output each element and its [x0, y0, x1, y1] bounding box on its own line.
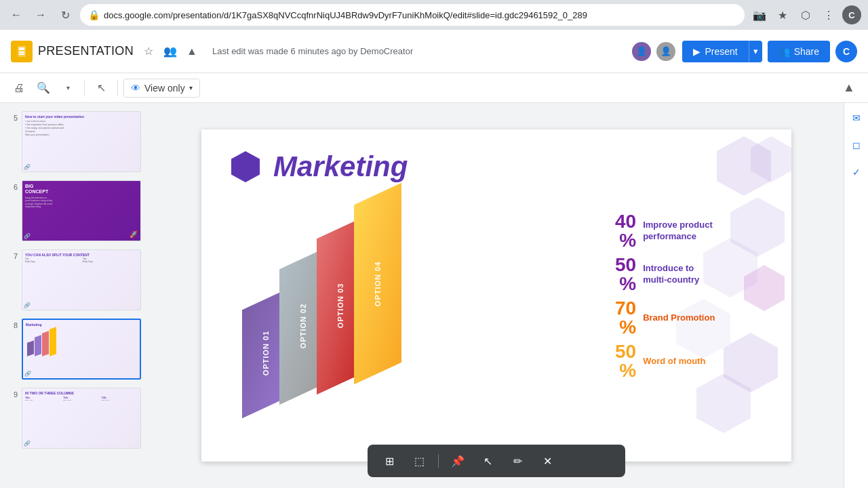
legend-text-3: Brand Promotion — [643, 312, 715, 324]
close-toolbar-button[interactable]: ✕ — [536, 450, 558, 472]
slide-thumb-5[interactable]: 5 How to start your video presentation •… — [5, 108, 144, 175]
address-bar[interactable]: 🔒 docs.google.com/presentation/d/1K7gaSX… — [80, 4, 745, 26]
pin-button[interactable]: 📌 — [447, 450, 469, 472]
hex-icon — [229, 150, 262, 184]
grid-view-button[interactable]: ⊞ — [378, 450, 400, 472]
collab-avatar-1: 👤 — [631, 41, 652, 62]
user-avatar[interactable]: C — [835, 41, 857, 62]
slide-preview-7: YOU CAN ALSO SPLIT YOUR CONTENT TitleBod… — [22, 249, 141, 310]
browser-profile[interactable]: C — [842, 5, 861, 24]
collapse-button[interactable]: ▲ — [838, 77, 860, 99]
share-button[interactable]: 👥 Share — [768, 41, 830, 62]
slide-panel: 5 How to start your video presentation •… — [0, 103, 149, 488]
right-panel-btn-2[interactable]: ◻ — [847, 136, 866, 155]
slide-preview-8: Marketing 🔗 — [22, 319, 141, 380]
slide-thumb-8[interactable]: 8 Marketing 🔗 — [5, 316, 144, 382]
app-title: PRESENTATION — [38, 44, 134, 58]
browser-chrome: ← → ↻ 🔒 docs.google.com/presentation/d/1… — [0, 0, 868, 30]
legend-item-2: 50 % Introduce tomulti-country — [615, 256, 764, 293]
app-logo — [11, 41, 33, 62]
slide-thumb-7[interactable]: 7 YOU CAN ALSO SPLIT YOUR CONTENT TitleB… — [5, 247, 144, 313]
legend-text-1: Improve productperformance — [643, 220, 713, 243]
present-button[interactable]: ▶ Present — [682, 41, 748, 62]
extensions-btn[interactable]: ⬡ — [796, 5, 815, 24]
header-right: 👤 👤 ▶ Present ▾ 👥 Share C — [631, 41, 857, 62]
zoom-dropdown-button[interactable]: ▾ — [57, 77, 79, 99]
print-button[interactable]: 🖨 — [8, 77, 30, 99]
star-icon[interactable]: ☆ — [139, 42, 158, 61]
menu-btn[interactable]: ⋮ — [819, 5, 838, 24]
slide-num-8: 8 — [8, 321, 18, 329]
main-area: 5 How to start your video presentation •… — [0, 103, 868, 488]
pencil-button[interactable]: ✏ — [507, 450, 528, 472]
browser-actions: 📷 ★ ⬡ ⋮ C — [750, 5, 861, 24]
refresh-button[interactable]: ↻ — [56, 5, 75, 24]
right-panel-btn-1[interactable]: ✉ — [847, 108, 866, 127]
slide-thumb-9[interactable]: 9 IN TWO OR THREE COLUMNS Title Body cop… — [5, 385, 144, 451]
url-text: docs.google.com/presentation/d/1K7gaSX8q… — [104, 10, 736, 20]
svg-marker-2 — [19, 52, 24, 53]
cursor-tool-button[interactable]: ↖ — [477, 450, 498, 472]
legend-text-4: Word of mouth — [643, 356, 705, 367]
slide-thumb-6[interactable]: 6 BIGCONCEPT bring the attention toyour … — [5, 178, 144, 244]
slide-num-5: 5 — [8, 114, 18, 122]
chart-legend-area: OPTION 01 OPTION 02 — [229, 197, 764, 387]
svg-marker-12 — [231, 151, 260, 182]
marketing-header: Marketing — [229, 150, 764, 184]
view-only-dropdown-icon: ▾ — [189, 84, 193, 92]
drive-icon[interactable]: ▲ — [182, 42, 201, 61]
camera-btn[interactable]: 📷 — [750, 5, 769, 24]
collaborators: 👤 👤 — [631, 41, 677, 62]
view-only-label: View only — [144, 83, 185, 94]
present-dropdown-button[interactable]: ▾ — [749, 41, 762, 62]
slide-content: Marketing OPTION 01 — [201, 129, 791, 462]
toolbar-sep-1 — [84, 80, 85, 96]
legend-item-4: 50 % Word of mouth — [615, 342, 764, 380]
bookmark-btn[interactable]: ★ — [773, 5, 792, 24]
svg-marker-1 — [19, 47, 24, 50]
legend-item-1: 40 % Improve productperformance — [615, 212, 764, 250]
legend-text-2: Introduce tomulti-country — [643, 263, 699, 286]
legend-item-3: 70 % Brand Promotion — [615, 299, 764, 337]
toolbar: 🖨 🔍 ▾ ↖ 👁 View only ▾ ▲ — [0, 73, 868, 103]
app-header: PRESENTATION ☆ 👥 ▲ Last edit was made 6 … — [0, 30, 868, 73]
canvas-area: Marketing OPTION 01 — [149, 103, 844, 488]
bottom-sep — [438, 454, 439, 468]
view-only-button[interactable]: 👁 View only ▾ — [123, 79, 200, 98]
present-icon: ▶ — [693, 46, 701, 57]
toolbar-sep-2 — [117, 80, 118, 96]
cursor-button[interactable]: ↖ — [90, 77, 112, 99]
right-panel: ✉ ◻ ✓ — [844, 103, 868, 488]
present-btn-group: ▶ Present ▾ — [682, 41, 762, 62]
collab-icon[interactable]: 👥 — [161, 42, 180, 61]
crop-button[interactable]: ⬚ — [408, 450, 430, 472]
forward-button[interactable]: → — [31, 5, 50, 24]
slide-num-7: 7 — [8, 252, 18, 260]
slide-preview-6: BIGCONCEPT bring the attention toyour bu… — [22, 180, 141, 241]
slide-preview-9: IN TWO OR THREE COLUMNS Title Body copy.… — [22, 388, 141, 449]
present-label: Present — [705, 46, 737, 57]
collab-avatar-2: 👤 — [655, 41, 677, 62]
last-edit-text: Last edit was made 6 minutes ago by Demo… — [212, 46, 413, 56]
slide-preview-5: How to start your video presentation • u… — [22, 111, 141, 172]
slide-num-9: 9 — [8, 390, 18, 399]
slide-canvas[interactable]: Marketing OPTION 01 — [201, 129, 791, 462]
chart-area: OPTION 01 OPTION 02 — [229, 197, 595, 387]
right-panel-btn-3[interactable]: ✓ — [847, 163, 866, 182]
slide-num-6: 6 — [8, 183, 18, 191]
header-icons: ☆ 👥 ▲ — [139, 42, 201, 61]
eye-icon: 👁 — [131, 83, 140, 94]
share-icon: 👥 — [778, 46, 790, 57]
share-label: Share — [794, 46, 819, 57]
zoom-button[interactable]: 🔍 — [33, 77, 54, 99]
bottom-toolbar: ⊞ ⬚ 📌 ↖ ✏ ✕ — [368, 445, 625, 477]
legend-area: 40 % Improve productperformance 50 % In — [615, 212, 764, 387]
svg-marker-3 — [19, 54, 24, 55]
slide-title: Marketing — [273, 150, 408, 183]
back-button[interactable]: ← — [7, 5, 26, 24]
staircase-chart: OPTION 01 OPTION 02 — [242, 204, 595, 387]
